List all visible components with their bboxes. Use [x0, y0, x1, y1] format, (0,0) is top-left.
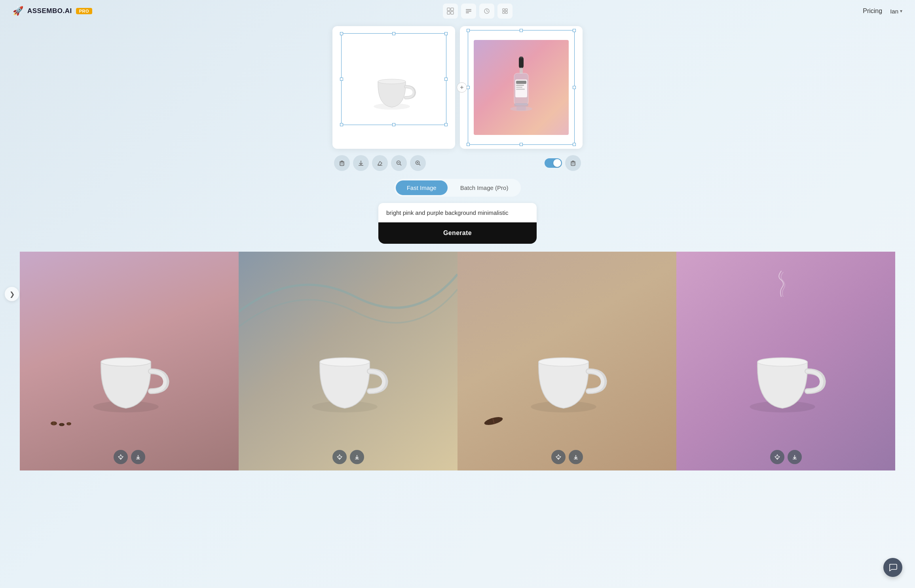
r-handle-tr[interactable] — [573, 29, 576, 32]
header-center-toolbar — [443, 4, 513, 19]
card-4-download-button[interactable] — [788, 450, 802, 464]
r-handle-tc[interactable] — [520, 29, 523, 32]
svg-point-68 — [757, 358, 807, 366]
svg-point-15 — [378, 79, 406, 84]
r-handle-tl[interactable] — [467, 29, 470, 32]
sidebar-toggle-button[interactable]: ❯ — [5, 287, 19, 301]
result-mug-3 — [510, 323, 624, 423]
r-handle-br[interactable] — [573, 143, 576, 146]
r-handle-bl[interactable] — [467, 143, 470, 146]
left-controls — [334, 155, 426, 171]
r-handle-ml[interactable] — [467, 86, 470, 89]
handle-bl[interactable] — [340, 123, 343, 126]
pro-badge: PRO — [76, 8, 92, 14]
chevron-right-icon: ❯ — [9, 290, 15, 298]
result-card[interactable] — [676, 252, 895, 470]
header-left: 🚀 ASSEMBO.AI PRO — [13, 6, 92, 16]
zoom-in-button[interactable] — [410, 155, 426, 171]
results-section — [0, 252, 915, 470]
svg-rect-16 — [519, 57, 524, 68]
user-menu[interactable]: Ian ▾ — [890, 8, 902, 15]
results-grid — [20, 252, 895, 470]
canvas-left[interactable]: + — [332, 26, 455, 149]
handle-tl[interactable] — [340, 32, 343, 35]
toolbar-btn-4[interactable] — [497, 4, 513, 19]
svg-rect-6 — [466, 12, 469, 13]
card-3-actions — [551, 450, 583, 464]
smoke-effect — [775, 269, 787, 297]
canvas-right[interactable] — [460, 26, 583, 149]
svg-rect-27 — [516, 106, 526, 110]
tab-batch-image[interactable]: Batch Image (Pro) — [449, 180, 520, 195]
handle-tc[interactable] — [392, 32, 395, 35]
result-mug-1 — [72, 323, 186, 423]
card-3-pin-button[interactable] — [551, 450, 566, 464]
eraser-button[interactable] — [372, 155, 388, 171]
card-1-actions — [114, 450, 145, 464]
add-canvas-button[interactable]: + — [457, 82, 467, 93]
zoom-out-button[interactable] — [391, 155, 407, 171]
download-button[interactable] — [353, 155, 369, 171]
handle-tr[interactable] — [444, 32, 448, 35]
tab-fast-image[interactable]: Fast Image — [396, 180, 448, 195]
chat-bubble-button[interactable] — [883, 558, 902, 577]
svg-rect-2 — [447, 11, 450, 14]
svg-rect-0 — [447, 8, 450, 11]
svg-rect-44 — [572, 161, 574, 161]
mode-tabs: Fast Image Batch Image (Pro) — [394, 179, 521, 197]
svg-rect-3 — [451, 11, 454, 14]
toggle-switch[interactable] — [545, 158, 562, 168]
handle-br[interactable] — [444, 123, 448, 126]
card-2-download-button[interactable] — [350, 450, 364, 464]
pricing-link[interactable]: Pricing — [863, 8, 882, 15]
svg-rect-10 — [503, 9, 505, 11]
result-card[interactable] — [20, 252, 239, 470]
svg-rect-30 — [340, 162, 344, 166]
canvas-area: + — [332, 26, 583, 149]
handle-mr[interactable] — [444, 78, 448, 81]
svg-rect-23 — [516, 87, 522, 88]
toolbar-btn-1[interactable] — [443, 4, 458, 19]
prompt-input[interactable] — [378, 203, 537, 222]
svg-rect-24 — [516, 89, 525, 90]
header-right: Pricing Ian ▾ — [863, 8, 902, 15]
handle-bc[interactable] — [392, 123, 395, 126]
r-handle-bc[interactable] — [520, 143, 523, 146]
svg-rect-22 — [516, 85, 524, 86]
main-workspace: + — [0, 22, 915, 478]
toolbar-btn-2[interactable] — [461, 4, 476, 19]
delete-button[interactable] — [334, 155, 350, 171]
toggle-knob — [553, 159, 561, 167]
svg-point-62 — [539, 358, 588, 366]
result-mug-4 — [729, 323, 843, 423]
svg-point-49 — [101, 358, 151, 366]
card-3-download-button[interactable] — [569, 450, 583, 464]
svg-rect-11 — [505, 9, 507, 11]
svg-rect-1 — [451, 8, 454, 11]
svg-line-9 — [487, 11, 488, 12]
card-1-pin-button[interactable] — [114, 450, 128, 464]
delete-right-button[interactable] — [565, 155, 581, 171]
serum-bottle-svg — [505, 56, 537, 119]
result-card[interactable] — [458, 252, 676, 470]
card-4-actions — [770, 450, 802, 464]
card-1-download-button[interactable] — [131, 450, 145, 464]
r-handle-mr[interactable] — [573, 86, 576, 89]
toolbar-btn-3[interactable] — [479, 4, 494, 19]
controls-row — [331, 155, 584, 171]
card-2-pin-button[interactable] — [332, 450, 347, 464]
handle-ml[interactable] — [340, 78, 343, 81]
svg-rect-25 — [514, 103, 528, 106]
svg-rect-45 — [571, 162, 575, 166]
svg-line-37 — [400, 164, 402, 166]
logo-rocket-icon: 🚀 — [13, 6, 23, 16]
card-4-pin-button[interactable] — [770, 450, 784, 464]
svg-point-57 — [320, 358, 370, 366]
product-background-image — [474, 40, 569, 135]
logo-text: ASSEMBO.AI — [27, 7, 72, 15]
generate-button[interactable]: Generate — [378, 222, 537, 244]
result-card[interactable] — [239, 252, 458, 470]
mug-product-image — [362, 60, 425, 115]
result-mug-2 — [291, 323, 405, 423]
svg-rect-18 — [520, 68, 523, 74]
